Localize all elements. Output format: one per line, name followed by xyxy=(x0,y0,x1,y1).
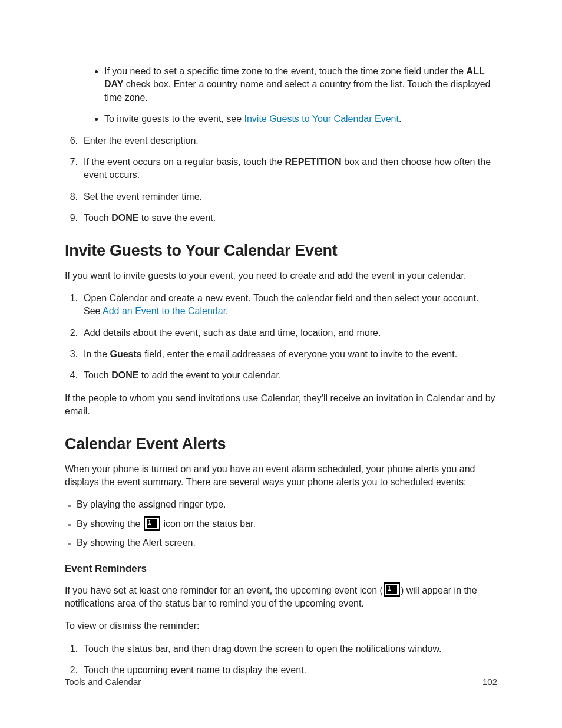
paragraph: If you want to invite guests to your eve… xyxy=(65,269,497,282)
text: Enter the event description. xyxy=(84,136,199,146)
text: to save the event. xyxy=(138,213,216,223)
bullet-invite: To invite guests to the event, see Invit… xyxy=(104,113,497,126)
text: To invite guests to the event, see xyxy=(104,114,244,124)
text: check box. Enter a country name and sele… xyxy=(104,79,490,102)
paragraph: To view or dismiss the reminder: xyxy=(65,620,497,633)
alert-item-3: By showing the Alert screen. xyxy=(77,536,497,549)
bullet-timezone: If you need to set a specific time zone … xyxy=(104,65,497,104)
calendar-date-icon: 1 xyxy=(144,516,160,531)
link-add-event[interactable]: Add an Event to the Calendar xyxy=(103,306,226,316)
text: By playing the assigned ringer type. xyxy=(77,499,226,509)
view-dismiss-list: Touch the status bar, and then drag down… xyxy=(65,643,497,677)
footer-section-title: Tools and Calendar xyxy=(65,677,141,687)
text: field, enter the email addresses of ever… xyxy=(142,349,457,359)
text: icon on the status bar. xyxy=(161,519,256,529)
text: If you need to set a specific time zone … xyxy=(104,66,467,76)
document-page: If you need to set a specific time zone … xyxy=(0,0,562,728)
heading-calendar-alerts: Calendar Event Alerts xyxy=(65,435,497,453)
paragraph: If the people to whom you send invitatio… xyxy=(65,392,497,419)
view-step-1: Touch the status bar, and then drag down… xyxy=(79,643,497,655)
step-9: Touch DONE to save the event. xyxy=(79,212,497,225)
text: Set the event reminder time. xyxy=(84,192,202,202)
paragraph: If you have set at least one reminder fo… xyxy=(65,584,497,611)
footer-page-number: 102 xyxy=(482,677,497,687)
link-invite-guests[interactable]: Invite Guests to Your Calendar Event xyxy=(244,114,398,124)
text: If the event occurs on a regular basis, … xyxy=(84,157,285,167)
invite-step-3: In the Guests field, enter the email add… xyxy=(79,348,497,361)
text: Touch xyxy=(84,213,111,223)
text: to add the event to your calendar. xyxy=(138,370,281,380)
steps-list-continued: Enter the event description. If the even… xyxy=(65,134,497,225)
text: Touch the upcoming event name to display… xyxy=(84,665,306,675)
alert-item-1: By playing the assigned ringer type. xyxy=(77,498,497,511)
heading-invite-guests: Invite Guests to Your Calendar Event xyxy=(65,242,497,260)
text: . xyxy=(226,306,228,316)
icon-day-number: 1 xyxy=(386,585,397,594)
text: By showing the Alert screen. xyxy=(77,538,196,548)
step-7: If the event occurs on a regular basis, … xyxy=(79,156,497,182)
invite-step-4: Touch DONE to add the event to your cale… xyxy=(79,369,497,382)
heading-event-reminders: Event Reminders xyxy=(65,563,497,575)
calendar-date-icon: 1 xyxy=(384,582,400,597)
icon-day-number: 1 xyxy=(147,519,157,528)
text: Touch the status bar, and then drag down… xyxy=(84,644,442,654)
text: Touch xyxy=(84,370,111,380)
invite-steps-list: Open Calendar and create a new event. To… xyxy=(65,292,497,383)
continuation-bullet-list: If you need to set a specific time zone … xyxy=(78,65,497,126)
bold-text: DONE xyxy=(111,370,138,380)
alerts-list: By playing the assigned ringer type. By … xyxy=(65,498,497,549)
view-step-2: Touch the upcoming event name to display… xyxy=(79,664,497,677)
paragraph: When your phone is turned on and you hav… xyxy=(65,463,497,489)
step-6: Enter the event description. xyxy=(79,134,497,147)
bold-text: DONE xyxy=(111,213,138,223)
text: Add details about the event, such as dat… xyxy=(84,328,381,338)
alert-item-2: By showing the 1 icon on the status bar. xyxy=(77,518,497,531)
bold-text: Guests xyxy=(110,349,141,359)
bold-text: REPETITION xyxy=(285,157,342,167)
step-8: Set the event reminder time. xyxy=(79,190,497,203)
text: By showing the xyxy=(77,519,143,529)
text: In the xyxy=(84,349,110,359)
invite-step-2: Add details about the event, such as dat… xyxy=(79,327,497,340)
invite-step-1: Open Calendar and create a new event. To… xyxy=(79,292,497,318)
text: . xyxy=(399,114,401,124)
text: If you have set at least one reminder fo… xyxy=(65,585,383,595)
page-footer: Tools and Calendar 102 xyxy=(65,677,497,687)
